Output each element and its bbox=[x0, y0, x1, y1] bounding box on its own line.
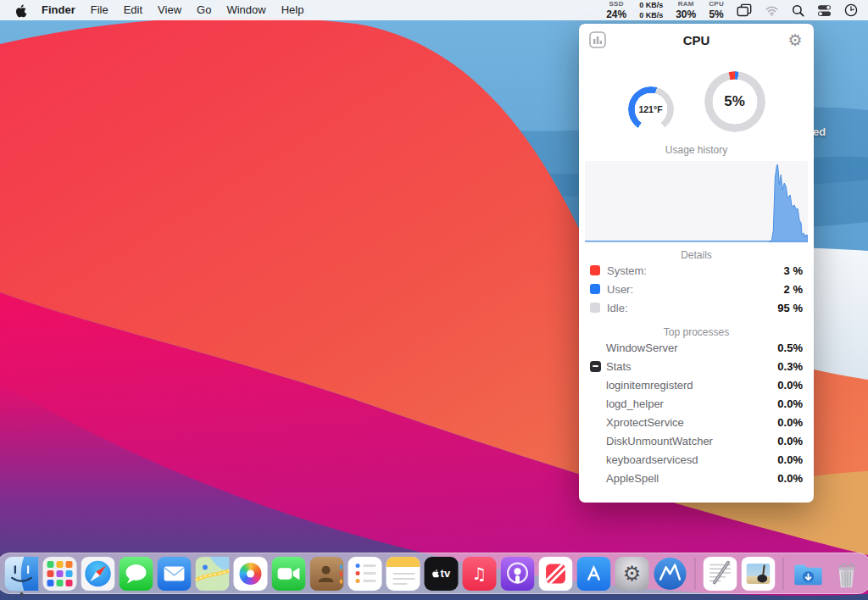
dock-maps-icon[interactable] bbox=[196, 557, 230, 591]
dock-news-icon[interactable] bbox=[539, 557, 573, 591]
ssd-label: SSD bbox=[609, 1, 623, 8]
process-icon-slot bbox=[590, 398, 601, 409]
user-label: User: bbox=[607, 283, 633, 296]
usage-value: 5% bbox=[704, 71, 765, 132]
details-label: Details bbox=[579, 249, 814, 261]
dock-safari-icon[interactable] bbox=[81, 557, 115, 591]
dock-messages-icon[interactable] bbox=[120, 557, 153, 591]
dock-finder-icon[interactable] bbox=[5, 557, 39, 591]
detail-row-user: User: 2 % bbox=[579, 280, 814, 298]
process-row: keyboardservicesd 0.0% bbox=[579, 450, 814, 469]
menu-finder[interactable]: Finder bbox=[34, 0, 83, 20]
dock-trash-icon[interactable] bbox=[830, 557, 864, 591]
system-color-swatch bbox=[590, 265, 600, 275]
process-name: Stats bbox=[606, 360, 632, 373]
process-value: 0.0% bbox=[777, 453, 803, 466]
idle-color-swatch bbox=[590, 303, 600, 313]
menu-edit[interactable]: Edit bbox=[116, 0, 150, 20]
process-name: WindowServer bbox=[606, 342, 678, 354]
dock-launchpad-icon[interactable] bbox=[43, 557, 77, 591]
ssd-value: 24% bbox=[606, 9, 626, 19]
ram-label: RAM bbox=[678, 1, 694, 8]
dock-system-preferences-icon[interactable]: ⚙ bbox=[615, 557, 649, 591]
control-center-icon[interactable] bbox=[817, 4, 832, 17]
ram-value: 30% bbox=[676, 9, 696, 19]
temperature-value: 121°F bbox=[628, 86, 674, 132]
windows-icon[interactable] bbox=[737, 3, 752, 17]
system-value: 3 % bbox=[784, 264, 803, 277]
system-label: System: bbox=[607, 264, 647, 277]
chart-view-button[interactable] bbox=[588, 31, 607, 49]
top-processes-label: Top processes bbox=[579, 326, 814, 338]
dock: tv ♫ ⚙ bbox=[0, 553, 868, 594]
process-name: DiskUnmountWatcher bbox=[606, 435, 713, 447]
dock-music-icon[interactable]: ♫ bbox=[463, 557, 497, 591]
menu-go[interactable]: Go bbox=[189, 0, 219, 20]
cpu-value: 5% bbox=[709, 9, 723, 19]
gauges-row: 121°F 5% bbox=[579, 69, 814, 132]
usage-history-chart bbox=[585, 161, 808, 242]
process-row: AppleSpell 0.0% bbox=[579, 469, 814, 487]
process-name: XprotectService bbox=[606, 416, 684, 429]
wifi-icon[interactable] bbox=[765, 5, 779, 16]
menu-file[interactable]: File bbox=[83, 0, 116, 20]
process-row: DiskUnmountWatcher 0.0% bbox=[579, 431, 814, 450]
dock-facetime-icon[interactable] bbox=[272, 557, 306, 591]
dock-photos-icon[interactable] bbox=[234, 557, 268, 591]
network-up-value: 0 KB/s bbox=[639, 1, 663, 10]
process-name: loginitemregisterd bbox=[606, 379, 693, 392]
dock-mail-icon[interactable] bbox=[158, 557, 192, 591]
search-icon[interactable] bbox=[792, 4, 804, 17]
temperature-gauge: 121°F bbox=[628, 86, 674, 132]
process-value: 0.0% bbox=[777, 435, 803, 447]
process-value: 0.5% bbox=[777, 342, 803, 354]
process-value: 0.0% bbox=[777, 472, 803, 485]
process-value: 0.0% bbox=[777, 416, 803, 429]
dock-preview-icon[interactable] bbox=[742, 557, 776, 591]
process-name: logd_helper bbox=[606, 397, 664, 410]
user-value: 2 % bbox=[784, 283, 803, 296]
menu-window[interactable]: Window bbox=[219, 0, 273, 20]
stats-cpu-panel: CPU ⚙ 121°F 5% Usage history Details Sys… bbox=[579, 24, 814, 503]
dock-textedit-icon[interactable] bbox=[704, 557, 737, 591]
process-value: 0.0% bbox=[777, 397, 803, 410]
dock-appstore-icon[interactable] bbox=[577, 557, 611, 591]
menubar-ram-widget[interactable]: RAM 30% bbox=[676, 1, 696, 19]
clock-icon[interactable] bbox=[844, 3, 858, 17]
dock-mountain-chart-app-icon[interactable] bbox=[654, 557, 687, 591]
process-icon-slot bbox=[590, 342, 601, 353]
process-value: 0.0% bbox=[777, 379, 803, 392]
dock-reminders-icon[interactable] bbox=[348, 557, 382, 591]
dock-divider bbox=[783, 558, 784, 590]
usage-history-label: Usage history bbox=[579, 144, 814, 156]
detail-row-system: System: 3 % bbox=[579, 261, 814, 280]
panel-title: CPU bbox=[579, 33, 814, 47]
menubar-network-widget[interactable]: 0 KB/s 0 KB/s bbox=[639, 1, 663, 20]
dock-notes-icon[interactable] bbox=[387, 557, 420, 591]
detail-row-idle: Idle: 95 % bbox=[579, 298, 814, 317]
process-icon-slot bbox=[590, 454, 601, 465]
settings-gear-icon[interactable]: ⚙ bbox=[786, 31, 804, 49]
menu-view[interactable]: View bbox=[150, 0, 189, 20]
apple-menu-icon[interactable] bbox=[15, 3, 27, 18]
menubar-cpu-widget[interactable]: CPU 5% bbox=[709, 1, 724, 19]
dock-tv-icon[interactable]: tv bbox=[425, 557, 459, 591]
process-value: 0.3% bbox=[777, 360, 803, 373]
dock-downloads-folder-icon[interactable] bbox=[792, 557, 826, 591]
dock-podcasts-icon[interactable] bbox=[501, 557, 535, 591]
dock-contacts-icon[interactable] bbox=[310, 557, 344, 591]
process-row: Stats 0.3% bbox=[579, 357, 814, 375]
panel-header: CPU ⚙ bbox=[579, 24, 814, 56]
process-row: WindowServer 0.5% bbox=[579, 338, 814, 357]
idle-value: 95 % bbox=[777, 302, 803, 314]
desktop-icon-label-fragment[interactable]: ed bbox=[813, 125, 826, 138]
process-icon-slot bbox=[590, 436, 601, 447]
menubar-ssd-widget[interactable]: SSD 24% bbox=[606, 1, 626, 19]
menu-help[interactable]: Help bbox=[274, 0, 312, 20]
network-down-value: 0 KB/s bbox=[639, 11, 663, 20]
cpu-label: CPU bbox=[709, 1, 724, 8]
process-icon-slot bbox=[590, 473, 601, 484]
user-color-swatch bbox=[590, 284, 600, 294]
idle-label: Idle: bbox=[607, 302, 628, 314]
process-row: logd_helper 0.0% bbox=[579, 394, 814, 413]
